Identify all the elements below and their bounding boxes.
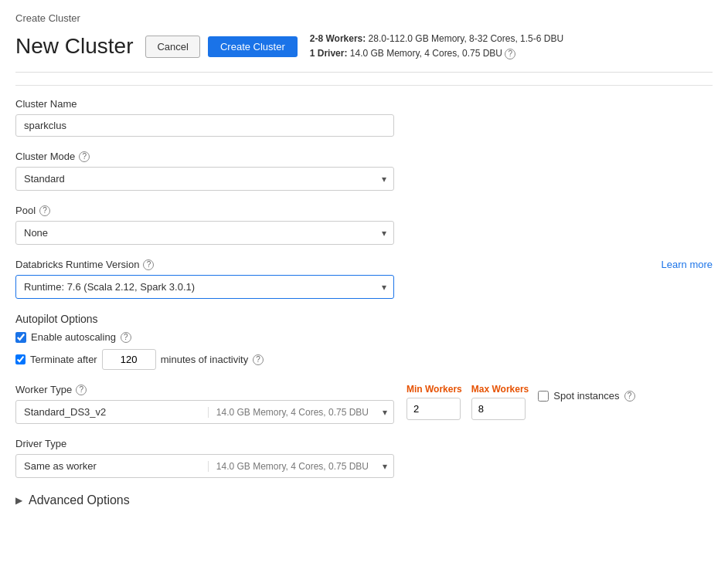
worker-type-help-icon[interactable]: ?: [76, 385, 87, 395]
cluster-heading: New Cluster: [15, 34, 133, 59]
autoscaling-label: Enable autoscaling: [31, 331, 116, 343]
terminate-input[interactable]: [102, 349, 156, 370]
driver-type-section: Driver Type Same as worker 14.0 GB Memor…: [15, 438, 713, 478]
spot-instances-checkbox[interactable]: [538, 391, 549, 402]
autoscaling-checkbox[interactable]: [15, 332, 26, 343]
worker-count-row: Min Workers Max Workers Spot instances ?: [407, 384, 635, 420]
driver-bold: 1 Driver:: [310, 48, 348, 59]
terminate-checkbox[interactable]: [15, 354, 26, 364]
autopilot-title: Autopilot Options: [15, 313, 713, 325]
header-info: 2-8 Workers: 28.0-112.0 GB Memory, 8-32 …: [310, 32, 563, 61]
pool-select-wrapper: None ▾: [15, 221, 394, 245]
terminate-row: Terminate after minutes of inactivity ?: [15, 349, 713, 370]
runtime-select-wrapper: Runtime: 7.6 (Scala 2.12, Spark 3.0.1) R…: [15, 275, 394, 299]
worker-select-container[interactable]: Standard_DS3_v2 14.0 GB Memory, 4 Cores,…: [15, 400, 394, 424]
header-divider: [15, 85, 713, 86]
worker-type-label: Worker Type ?: [15, 384, 394, 395]
autoscaling-row: Enable autoscaling ?: [15, 331, 713, 343]
worker-row: Worker Type ? Standard_DS3_v2 14.0 GB Me…: [15, 384, 713, 424]
create-cluster-button[interactable]: Create Cluster: [208, 36, 298, 57]
advanced-options-label: Advanced Options: [29, 493, 130, 507]
cancel-button[interactable]: Cancel: [145, 36, 199, 58]
header-buttons: Cancel Create Cluster: [145, 36, 297, 58]
driver-rest: 14.0 GB Memory, 4 Cores, 0.75 DBU: [347, 48, 502, 59]
driver-type-value: Same as worker: [16, 455, 208, 477]
advanced-section: ▶ Advanced Options: [15, 493, 713, 507]
cluster-mode-select-wrapper: Standard High Concurrency Single Node ▾: [15, 167, 394, 191]
pool-label: Pool ?: [15, 205, 713, 216]
runtime-group: Databricks Runtime Version ? Learn more …: [15, 259, 713, 299]
pool-select[interactable]: None: [15, 221, 394, 245]
worker-type-detail: 14.0 GB Memory, 4 Cores, 0.75 DBU: [208, 407, 376, 418]
min-workers-group: Min Workers: [407, 384, 462, 420]
form-section: Cluster Name Cluster Mode ? Standard Hig…: [15, 98, 713, 507]
cluster-mode-help-icon[interactable]: ?: [79, 151, 90, 162]
advanced-chevron-icon: ▶: [15, 495, 22, 506]
terminate-label: Terminate after: [30, 354, 97, 365]
terminate-help-icon[interactable]: ?: [253, 354, 264, 365]
max-workers-label: Max Workers: [471, 384, 529, 395]
driver-type-label: Driver Type: [15, 438, 713, 449]
driver-type-detail: 14.0 GB Memory, 4 Cores, 0.75 DBU: [208, 461, 376, 472]
min-workers-label: Min Workers: [407, 384, 462, 395]
cluster-name-group: Cluster Name: [15, 98, 713, 137]
driver-type-arrow-icon[interactable]: ▾: [376, 461, 393, 472]
max-workers-group: Max Workers: [471, 384, 529, 420]
cluster-name-input[interactable]: [15, 114, 394, 137]
cluster-mode-group: Cluster Mode ? Standard High Concurrency…: [15, 151, 713, 191]
spot-instance-row: Spot instances ?: [538, 390, 634, 402]
workers-bold: 2-8 Workers:: [310, 33, 366, 44]
terminate-suffix: minutes of inactivity: [161, 354, 248, 365]
runtime-label: Databricks Runtime Version ?: [15, 259, 154, 270]
pool-group: Pool ? None ▾: [15, 205, 713, 245]
header-row: New Cluster Cancel Create Cluster 2-8 Wo…: [15, 32, 713, 73]
learn-more-link[interactable]: Learn more: [662, 259, 713, 270]
workers-rest: 28.0-112.0 GB Memory, 8-32 Cores, 1.5-6 …: [366, 33, 563, 44]
autopilot-section: Autopilot Options Enable autoscaling ? T…: [15, 313, 713, 370]
spot-instances-help-icon[interactable]: ?: [624, 391, 635, 402]
autoscaling-help-icon[interactable]: ?: [121, 332, 131, 343]
runtime-label-row: Databricks Runtime Version ? Learn more: [15, 259, 713, 270]
driver-info-help-icon[interactable]: ?: [505, 49, 515, 59]
page-container: Create Cluster New Cluster Cancel Create…: [0, 0, 728, 520]
runtime-select[interactable]: Runtime: 7.6 (Scala 2.12, Spark 3.0.1) R…: [15, 275, 394, 299]
worker-type-arrow-icon[interactable]: ▾: [376, 407, 393, 418]
cluster-mode-select[interactable]: Standard High Concurrency Single Node: [15, 167, 394, 191]
page-title: Create Cluster: [15, 12, 713, 24]
cluster-mode-label: Cluster Mode ?: [15, 151, 713, 162]
worker-type-section: Worker Type ? Standard_DS3_v2 14.0 GB Me…: [15, 384, 713, 424]
runtime-help-icon[interactable]: ?: [143, 259, 154, 270]
max-workers-input[interactable]: [471, 398, 526, 420]
driver-select-container[interactable]: Same as worker 14.0 GB Memory, 4 Cores, …: [15, 454, 394, 478]
min-workers-input[interactable]: [407, 398, 461, 420]
worker-type-wrapper: Worker Type ? Standard_DS3_v2 14.0 GB Me…: [15, 384, 394, 424]
cluster-name-label: Cluster Name: [15, 98, 713, 110]
worker-counts-wrapper: Min Workers Max Workers Spot instances ?: [407, 384, 635, 420]
advanced-options-toggle[interactable]: ▶ Advanced Options: [15, 493, 713, 507]
spot-instances-label: Spot instances: [553, 390, 619, 402]
pool-help-icon[interactable]: ?: [39, 205, 50, 216]
worker-type-value: Standard_DS3_v2: [16, 401, 208, 423]
